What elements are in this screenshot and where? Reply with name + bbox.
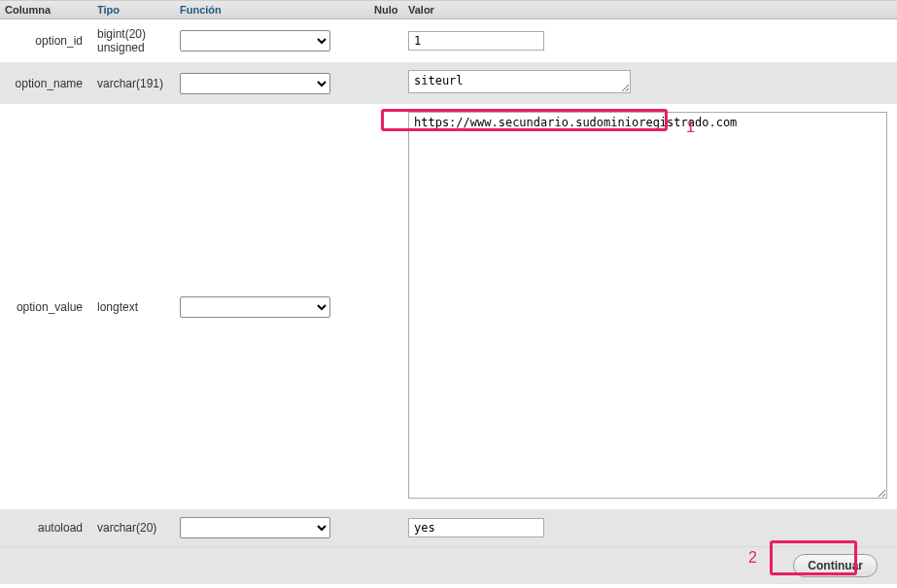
cell-valor: siteurl: [403, 70, 897, 96]
cell-valor: https://www.secundario.sudominioregistra…: [403, 112, 897, 502]
valor-input-option-id[interactable]: [408, 31, 544, 51]
cell-funcion: [175, 296, 369, 318]
continuar-button[interactable]: Continuar: [793, 554, 878, 577]
funcion-select-option-id[interactable]: [180, 30, 330, 52]
header-tipo[interactable]: Tipo: [92, 2, 175, 17]
cell-tipo: longtext: [92, 300, 175, 314]
valor-textarea-option-name[interactable]: siteurl: [408, 70, 631, 93]
cell-valor: [403, 31, 897, 51]
table-row: option_id bigint(20) unsigned: [0, 19, 897, 62]
annotation-label-1: 1: [686, 119, 695, 136]
cell-funcion: [175, 73, 369, 94]
cell-columna: option_name: [0, 77, 92, 90]
table-row: option_name varchar(191) siteurl: [0, 62, 897, 104]
valor-textarea-option-value[interactable]: https://www.secundario.sudominioregistra…: [408, 112, 887, 499]
funcion-select-option-name[interactable]: [180, 73, 330, 94]
cell-valor: [403, 518, 897, 537]
cell-funcion: [175, 517, 369, 538]
annotation-label-2: 2: [748, 549, 757, 567]
header-nulo: Nulo: [369, 2, 403, 17]
table-header: Columna Tipo Función Nulo Valor: [0, 0, 897, 19]
cell-funcion: [175, 30, 369, 52]
footer: Continuar: [0, 546, 897, 584]
funcion-select-autoload[interactable]: [180, 517, 330, 538]
cell-columna: option_value: [0, 300, 92, 314]
table-row: option_value longtext https://www.secund…: [0, 104, 897, 509]
cell-tipo: varchar(20): [92, 521, 175, 535]
valor-input-autoload[interactable]: [408, 518, 544, 537]
cell-columna: autoload: [0, 521, 92, 535]
header-funcion[interactable]: Función: [175, 2, 369, 17]
cell-tipo: bigint(20) unsigned: [92, 27, 175, 54]
table-row: autoload varchar(20): [0, 509, 897, 546]
cell-tipo: varchar(191): [92, 77, 175, 90]
header-columna: Columna: [0, 2, 92, 17]
cell-columna: option_id: [0, 34, 92, 48]
funcion-select-option-value[interactable]: [180, 296, 330, 318]
header-valor: Valor: [403, 2, 897, 17]
